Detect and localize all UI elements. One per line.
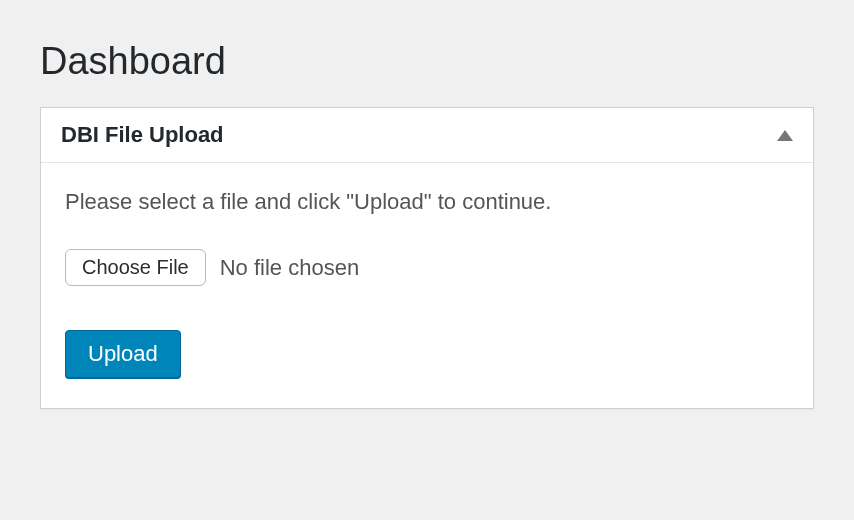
collapse-up-icon[interactable] [777,130,793,141]
page-title: Dashboard [40,40,814,83]
metabox-title: DBI File Upload [61,122,224,148]
choose-file-button[interactable]: Choose File [65,249,206,286]
file-status-label: No file chosen [220,255,359,281]
metabox-header: DBI File Upload [41,108,813,163]
file-input-row: Choose File No file chosen [65,249,789,286]
upload-instruction: Please select a file and click "Upload" … [65,189,789,215]
metabox-body: Please select a file and click "Upload" … [41,163,813,408]
upload-button[interactable]: Upload [65,330,181,378]
upload-metabox: DBI File Upload Please select a file and… [40,107,814,409]
